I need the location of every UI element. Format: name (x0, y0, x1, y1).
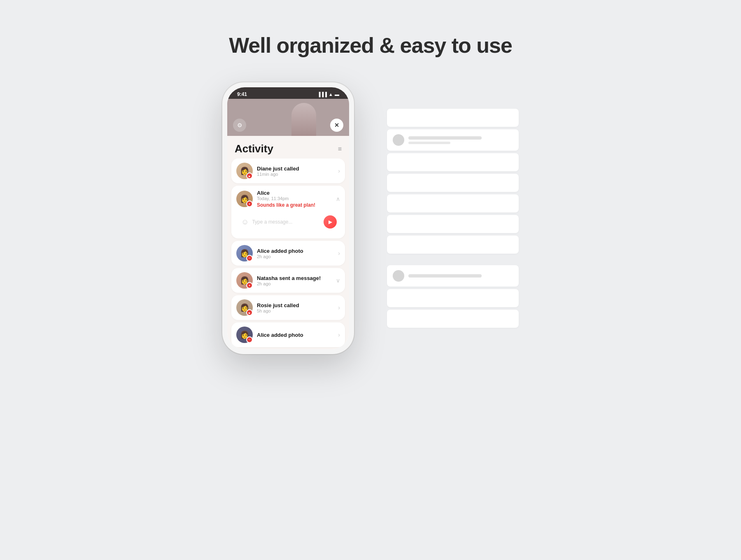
content-area: 9:41 ▐▐▐ ▲ ▬ ⚙ ✕ Activit (0, 82, 741, 354)
alice3-avatar-wrap: 👩 〜 (236, 327, 253, 343)
alice-card-row: 👩 ● Alice Today, 11:34pm Sounds like a g… (236, 190, 340, 208)
rosie-avatar-wrap: 👩 ▶ (236, 299, 253, 316)
close-icon: ✕ (334, 122, 339, 128)
natasha-name: Natasha sent a message! (257, 275, 332, 281)
diane-avatar-wrap: 👩 ▶ (236, 163, 253, 179)
alice-badge: ● (246, 201, 253, 207)
activity-header: Activity ≡ (227, 136, 349, 159)
right-panel-wireframe (387, 109, 519, 328)
activity-item-natasha[interactable]: 👩 ● Natasha sent a message! 2h ago ∨ (231, 268, 345, 293)
rosie-name: Rosie just called (257, 302, 334, 308)
alice-photo-chevron: › (338, 250, 340, 257)
wire-separator (387, 256, 519, 263)
activity-item-rosie[interactable]: 👩 ▶ Rosie just called 5h ago › (231, 295, 345, 320)
page-title: Well organized & easy to use (229, 33, 512, 58)
msg-badge-icon: ● (249, 203, 250, 205)
alice-message: Sounds like a great plan! (257, 202, 332, 208)
alice3-badge: 〜 (246, 336, 253, 343)
photo-badge-icon: 〜 (248, 257, 251, 260)
message-input-area: ☺ Type a message... ▶ (236, 212, 340, 232)
hero-image-area: ⚙ ✕ (227, 99, 349, 136)
filter-icon: ⚙ (237, 122, 242, 128)
rosie-badge-icon: ▶ (249, 311, 251, 314)
send-icon: ▶ (329, 219, 332, 225)
activity-title: Activity (235, 142, 273, 155)
activity-item-alice-photo2[interactable]: 👩 〜 Alice added photo › (231, 322, 345, 347)
alice3-badge-icon: 〜 (248, 338, 251, 342)
wire-card-2-with-content (387, 129, 519, 151)
send-button[interactable]: ▶ (324, 215, 337, 229)
alice3-chevron: › (338, 331, 340, 338)
wire-card-8 (387, 289, 519, 307)
natasha-time: 2h ago (257, 281, 332, 286)
natasha-avatar-wrap: 👩 ● (236, 272, 253, 289)
alice-avatar-wrap: 👩 ● (236, 191, 253, 207)
activity-item-alice-expanded[interactable]: 👩 ● Alice Today, 11:34pm Sounds like a g… (231, 186, 345, 238)
wire-card-6 (387, 215, 519, 233)
alice-chevron-up: ∧ (336, 196, 340, 202)
video-badge-icon: ▶ (249, 175, 251, 177)
wire-card-3 (387, 153, 519, 171)
alice-name: Alice (257, 190, 332, 196)
status-icons: ▐▐▐ ▲ ▬ (317, 92, 339, 97)
signal-icon: ▐▐▐ (317, 92, 327, 97)
alice2-avatar-wrap: 👩 〜 (236, 245, 253, 261)
alice-photo-time: 2h ago (257, 254, 334, 259)
natasha-card-text: Natasha sent a message! 2h ago (257, 275, 332, 286)
diane-chevron: › (338, 168, 340, 174)
alice3-name: Alice added photo (257, 332, 334, 338)
wire-line-long-1 (408, 136, 482, 140)
activity-section: Activity ≡ 👩 ▶ (227, 136, 349, 349)
wire-line-short-1 (408, 142, 450, 144)
wire-card-7 (387, 236, 519, 254)
phone-mockup: 9:41 ▐▐▐ ▲ ▬ ⚙ ✕ Activit (222, 82, 354, 354)
wire-card-9 (387, 310, 519, 328)
alice-time: Today, 11:34pm (257, 196, 332, 201)
wire-lines-1 (408, 136, 513, 144)
rosie-card-text: Rosie just called 5h ago (257, 302, 334, 313)
diane-card-text: Diane just called 11min ago (257, 166, 334, 177)
wire-avatar-1 (393, 134, 404, 146)
status-bar: 9:41 ▐▐▐ ▲ ▬ (227, 87, 349, 99)
activity-item-alice-photo[interactable]: 👩 〜 Alice added photo 2h ago › (231, 241, 345, 266)
natasha-badge-icon: ● (249, 284, 250, 287)
alice2-badge: 〜 (246, 255, 253, 261)
message-placeholder: Type a message... (252, 219, 320, 225)
rosie-chevron: › (338, 304, 340, 311)
filter-button[interactable]: ⚙ (233, 119, 246, 132)
wire-card-4 (387, 174, 519, 192)
wire-card-5 (387, 194, 519, 212)
wire-lines-2 (408, 274, 513, 278)
hero-person (291, 103, 316, 136)
emoji-icon[interactable]: ☺ (241, 218, 249, 226)
alice3-card-text: Alice added photo (257, 332, 334, 338)
diane-badge: ▶ (246, 173, 253, 179)
battery-icon: ▬ (335, 92, 339, 97)
activity-item-diane[interactable]: 👩 ▶ Diane just called 11min ago › (231, 159, 345, 183)
alice-photo-name: Alice added photo (257, 248, 334, 254)
wire-card-1 (387, 109, 519, 127)
natasha-badge: ● (246, 282, 253, 289)
menu-icon[interactable]: ≡ (338, 145, 342, 153)
close-button[interactable]: ✕ (330, 119, 343, 132)
wire-line-long-2 (408, 274, 482, 278)
diane-time: 11min ago (257, 172, 334, 177)
rosie-time: 5h ago (257, 308, 334, 313)
phone-inner: 9:41 ▐▐▐ ▲ ▬ ⚙ ✕ Activit (227, 87, 349, 349)
natasha-chevron: ∨ (336, 277, 340, 284)
activity-list: 👩 ▶ Diane just called 11min ago › (227, 159, 349, 349)
wire-avatar-2 (393, 270, 404, 282)
rosie-badge: ▶ (246, 309, 253, 316)
diane-name: Diane just called (257, 166, 334, 172)
alice-card-text: Alice Today, 11:34pm Sounds like a great… (257, 190, 332, 208)
alice-photo-card-text: Alice added photo 2h ago (257, 248, 334, 259)
wire-card-bottom-with-content (387, 265, 519, 287)
wifi-icon: ▲ (329, 92, 333, 97)
status-time: 9:41 (237, 91, 247, 97)
